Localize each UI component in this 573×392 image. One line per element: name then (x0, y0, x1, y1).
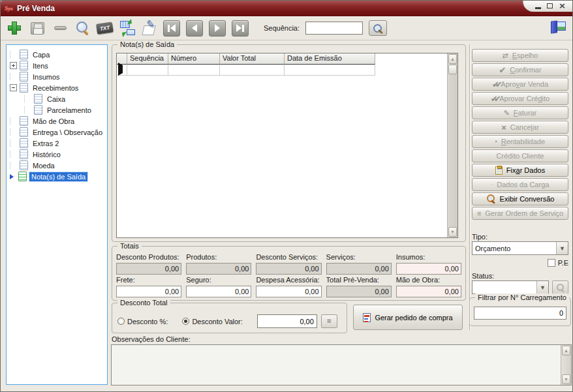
tree-item-notas-de-saida[interactable]: Nota(s) de Saída (7, 171, 107, 182)
observacoes-label: Observações do Cliente: (112, 335, 190, 343)
aprovar-credito-button[interactable]: ✔✔ Aprovar Crédito (472, 92, 568, 105)
grid-vertical-scrollbar[interactable]: ▲ ▼ (447, 53, 457, 237)
chevron-down-icon[interactable]: ▼ (536, 281, 548, 294)
grid-col-numero[interactable]: Número (168, 53, 220, 65)
edit-button[interactable] (142, 20, 157, 36)
dados-da-carga-button[interactable]: ·Dados da Carga (472, 178, 568, 191)
transfer-button[interactable] (119, 20, 136, 36)
nav-next-button[interactable] (209, 20, 226, 37)
total-pre-venda-field: 0,00 (326, 286, 392, 297)
minus-icon (54, 26, 67, 30)
exit-button[interactable] (549, 20, 567, 37)
tree-item-mao-de-obra[interactable]: Mão de Obra (7, 115, 107, 127)
txt-icon: TXT (96, 22, 114, 34)
nav-last-button[interactable] (232, 20, 249, 37)
grid-header-row: Sequência Número Valor Total Data de Emi… (117, 53, 375, 65)
grid-empty-row[interactable] (117, 65, 375, 76)
gerar-ordem-servico-button[interactable]: ≡Gerar Ordem de Serviço (472, 207, 568, 220)
apply-desconto-button[interactable]: = (321, 314, 337, 328)
tipo-combobox[interactable]: Orçamento ▼ (472, 241, 568, 255)
nav-prev-button[interactable] (186, 20, 203, 37)
grid-col-sequencia[interactable]: Sequência (127, 53, 168, 65)
tree-item-itens[interactable]: +Itens (7, 60, 107, 71)
status-label: Status: (472, 272, 568, 280)
tree-item-insumos[interactable]: Insumos (7, 71, 107, 82)
document-icon (20, 61, 28, 70)
invoice-pen-icon: ✎ (504, 110, 510, 117)
fixar-dados-button[interactable]: Fixar Dados (472, 164, 568, 177)
scroll-thumb[interactable] (448, 65, 457, 74)
minimize-button[interactable] (535, 7, 541, 9)
frete-field[interactable]: 0,00 (116, 286, 181, 297)
desconto-valor-radio[interactable] (182, 318, 189, 325)
seguro-field[interactable]: 0,00 (186, 286, 251, 297)
filtrar-carregamento-input[interactable] (474, 307, 566, 320)
desconto-servicos-label: Desconto Serviços: (256, 253, 321, 262)
pe-checkbox[interactable] (548, 259, 555, 267)
desconto-produtos-field: 0,00 (116, 263, 181, 275)
tree-item-extras-2[interactable]: Extras 2 (7, 138, 107, 149)
sequencia-input[interactable] (305, 22, 363, 35)
find-sequencia-button[interactable] (369, 20, 387, 36)
tipo-label: Tipo: (472, 233, 568, 241)
grid-col-valor-total[interactable]: Valor Total (220, 53, 285, 65)
export-txt-button[interactable]: TXT (96, 20, 113, 37)
tree-item-historico[interactable]: Histórico (7, 149, 107, 160)
save-button[interactable] (29, 20, 46, 37)
gerar-pedido-compra-button[interactable]: Gerar pedido de compra (353, 305, 463, 330)
frete-label: Frete: (116, 276, 181, 284)
status-combobox[interactable]: ▼ (472, 280, 549, 294)
status-search-button[interactable] (552, 280, 568, 294)
chart-dot-icon: ▪ (495, 139, 497, 144)
tree-item-parcelamento[interactable]: Parcelamento (7, 104, 107, 115)
desconto-servicos-field: 0,00 (256, 263, 321, 275)
tree-item-capa[interactable]: Capa (7, 49, 107, 60)
scroll-down-button[interactable]: ▼ (448, 227, 457, 237)
exit-door-icon (551, 20, 557, 33)
nav-first-button[interactable] (163, 20, 180, 37)
pe-label: P.E (558, 259, 568, 267)
chevron-down-icon[interactable]: ▼ (556, 242, 568, 254)
tree-item-moeda[interactable]: Moeda (7, 160, 107, 171)
produtos-label: Produtos: (186, 253, 251, 262)
tree-item-recebimentos[interactable]: −Recebimentos (7, 82, 107, 93)
add-button[interactable] (6, 20, 23, 37)
double-check-icon: ✔✔ (492, 80, 497, 89)
despesa-acessoria-label: Despesa Acessória: (256, 276, 321, 284)
document-icon (20, 50, 28, 59)
collapse-minus-icon[interactable]: − (10, 84, 17, 91)
document-icon (20, 116, 28, 126)
produtos-field: 0,00 (186, 263, 251, 275)
tree-item-entrega-observacao[interactable]: Entrega \ Observação (7, 127, 107, 138)
espelho-button[interactable]: ⇄Espelho (472, 49, 568, 62)
tree-item-caixa[interactable]: Caixa (7, 93, 107, 104)
credito-cliente-button[interactable]: Crédito Cliente (472, 149, 568, 162)
grid-col-data-emissao[interactable]: Data de Emissão (285, 53, 375, 65)
search-button[interactable] (74, 20, 90, 36)
cancelar-button[interactable]: ×Cancelar (472, 121, 568, 134)
rentabilidade-button[interactable]: ▪Rentabilidade (472, 135, 568, 148)
close-button[interactable]: × (559, 1, 566, 10)
desconto-valor-input[interactable] (257, 314, 317, 328)
despesa-acessoria-field[interactable]: 0,00 (256, 286, 321, 297)
next-icon (215, 24, 220, 32)
cargo-dot-icon: · (491, 182, 493, 187)
client-area: Capa +Itens Insumos −Recebimentos Caixa … (1, 40, 572, 391)
notes-icon (18, 172, 27, 181)
confirmar-button[interactable]: ✔Confirmar (472, 63, 568, 76)
servicos-label: Serviços: (326, 253, 392, 262)
expand-plus-icon[interactable]: + (10, 62, 17, 69)
delete-button[interactable] (52, 20, 69, 37)
window-title: Pré Venda (17, 4, 55, 13)
desconto-percent-radio[interactable] (117, 318, 125, 325)
notas-grid[interactable]: Sequência Número Valor Total Data de Emi… (116, 53, 458, 238)
maximize-button[interactable] (547, 3, 553, 8)
screen-icon (127, 29, 135, 35)
exibir-conversao-button[interactable]: Exibir Conversão (472, 192, 568, 205)
window-controls: × (523, 1, 572, 12)
aprovar-venda-button[interactable]: ✔✔ Aprovar Venda (472, 78, 568, 91)
scroll-up-button[interactable]: ▲ (448, 54, 457, 64)
first-icon (170, 24, 176, 32)
faturar-button[interactable]: ✎Faturar (472, 106, 568, 119)
double-check-icon: ✔✔ (491, 95, 495, 103)
